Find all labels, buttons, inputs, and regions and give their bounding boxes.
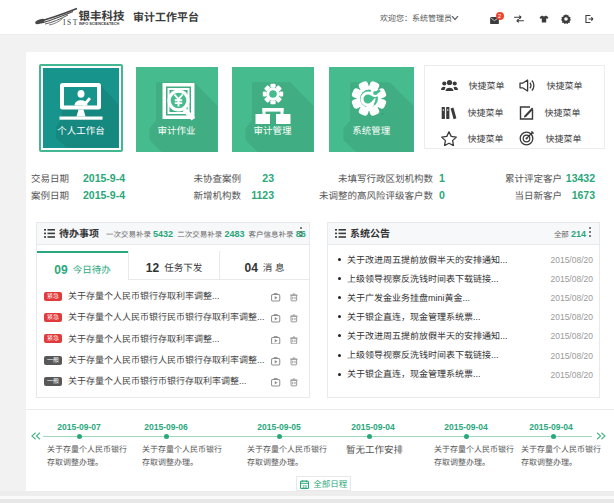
svg-text:23: 23: [302, 484, 307, 489]
